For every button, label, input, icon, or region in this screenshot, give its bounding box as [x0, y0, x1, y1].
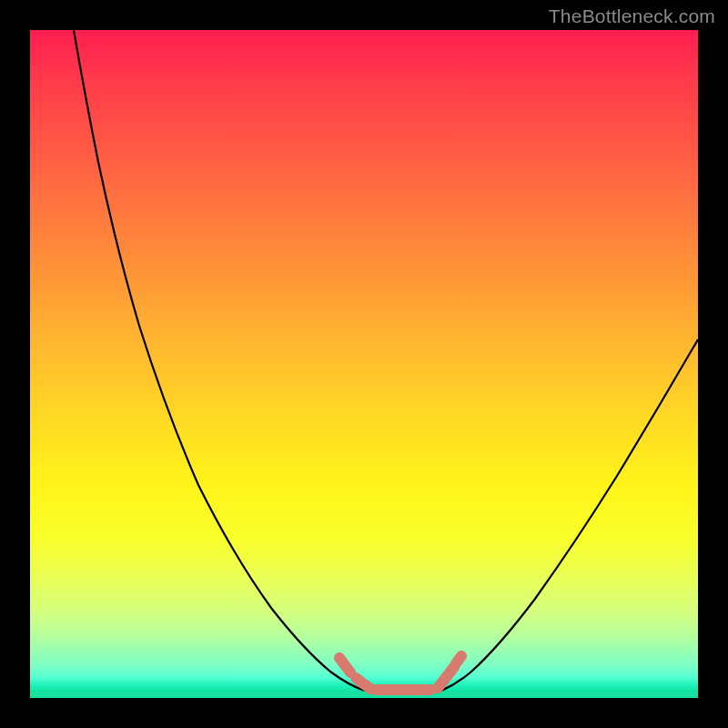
- floor-marker-seg: [456, 656, 461, 663]
- watermark-text: TheBottleneck.com: [549, 5, 715, 27]
- chart-frame: TheBottleneck.com: [0, 0, 728, 728]
- floor-marker-seg: [339, 658, 350, 672]
- curves-svg: [30, 30, 698, 698]
- floor-marker-group: [339, 656, 461, 690]
- plot-area: [30, 30, 698, 698]
- left-bottleneck-curve: [74, 30, 365, 691]
- right-bottleneck-curve: [441, 339, 698, 691]
